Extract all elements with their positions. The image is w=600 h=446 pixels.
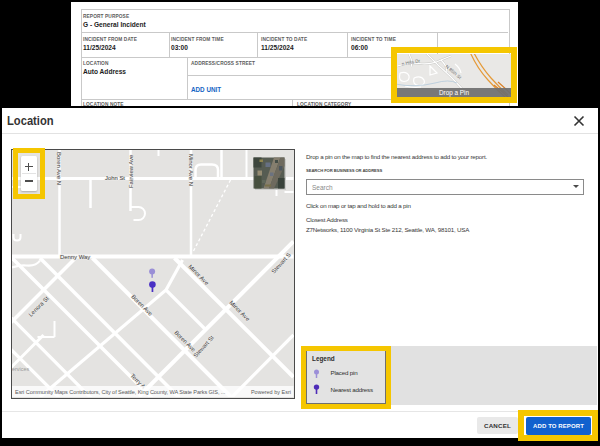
svg-text:Denny Way: Denny Way [60, 254, 90, 260]
svg-text:Esri Community Maps Contributo: Esri Community Maps Contributors, City o… [15, 389, 226, 395]
svg-text:John St: John St [105, 175, 125, 181]
svg-text:ervices: ervices [12, 366, 29, 372]
svg-text:Minor Ave N: Minor Ave N [188, 154, 194, 186]
svg-text:Fairview Ave: Fairview Ave [128, 154, 134, 188]
svg-text:Powered by Esri: Powered by Esri [251, 389, 291, 395]
svg-text:Boren Ave N: Boren Ave N [56, 152, 62, 185]
